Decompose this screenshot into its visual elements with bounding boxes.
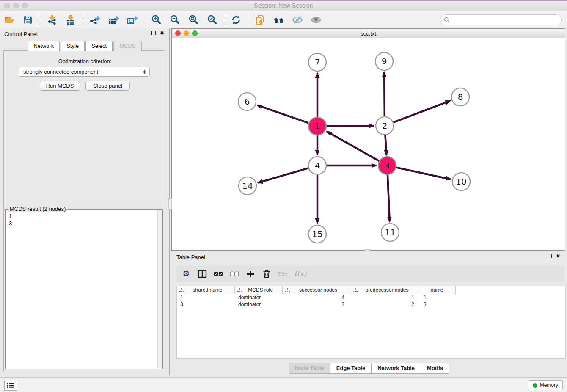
graph-node-9[interactable]: 9: [375, 52, 393, 70]
save-session-icon[interactable]: [22, 14, 34, 26]
export-network-icon[interactable]: [89, 14, 101, 26]
zoom-in-icon[interactable]: [150, 14, 162, 26]
tab-style[interactable]: Style: [61, 41, 85, 51]
graph-edge-3-11[interactable]: [388, 175, 390, 221]
graph-edge-2-9[interactable]: [384, 72, 385, 116]
graph-edge-1-6[interactable]: [258, 105, 309, 123]
settings-icon[interactable]: ⚙: [182, 269, 191, 279]
function-builder-icon[interactable]: f(x): [294, 269, 306, 279]
table-cell[interactable]: 3: [420, 301, 456, 308]
table-rows: 1dominator4113dominator323: [177, 294, 565, 308]
import-table-icon[interactable]: [65, 14, 77, 26]
add-row-icon[interactable]: [246, 269, 255, 279]
column-header-name[interactable]: name: [420, 286, 456, 294]
graph-node-6[interactable]: 6: [238, 93, 256, 110]
network-canvas[interactable]: 7968124314101511: [172, 38, 565, 250]
birds-eye-icon[interactable]: [310, 14, 322, 26]
hide-panels-icon[interactable]: [292, 14, 303, 26]
table-cell[interactable]: 3: [177, 301, 235, 308]
open-session-icon[interactable]: [3, 14, 15, 26]
graph-edge-3-1[interactable]: [327, 132, 379, 161]
float-table-panel-icon[interactable]: [548, 254, 552, 258]
columns-icon[interactable]: [198, 269, 207, 279]
graph-edge-2-3[interactable]: [385, 135, 386, 155]
control-panel-header: Control Panel ✖: [0, 28, 169, 39]
horizontal-splitter-handle[interactable]: [364, 249, 370, 251]
graph-node-7[interactable]: 7: [308, 53, 326, 71]
zoom-out-icon[interactable]: [169, 14, 181, 26]
table-cell[interactable]: dominator: [235, 301, 283, 308]
column-header-mcds-role[interactable]: MCDS role: [235, 286, 283, 294]
table-cell[interactable]: dominator: [235, 294, 283, 301]
toolbar-separator: [40, 14, 40, 26]
toolbar-separator: [83, 14, 83, 26]
column-header-successor-nodes[interactable]: successor nodes: [283, 286, 350, 294]
network-window-titlebar[interactable]: ✕ − + scc.txt: [172, 29, 565, 38]
column-header-predecessor-nodes[interactable]: predecessor nodes: [350, 286, 420, 294]
table-row[interactable]: 3dominator323: [177, 301, 565, 308]
toolbar-separator: [224, 14, 224, 26]
graph-node-4[interactable]: 4: [308, 157, 326, 174]
task-history-button[interactable]: [4, 380, 17, 391]
select-all-rows-icon[interactable]: [214, 269, 223, 279]
graph-node-2[interactable]: 2: [376, 117, 394, 135]
zoom-selected-icon[interactable]: [206, 14, 218, 26]
table-cell[interactable]: 1: [350, 294, 420, 301]
tab-node-table[interactable]: Node Table: [289, 363, 330, 374]
tab-network[interactable]: Network: [28, 41, 60, 51]
delete-table-icon[interactable]: [278, 269, 287, 279]
table-cell[interactable]: 1: [177, 294, 235, 301]
duplicate-network-icon[interactable]: [254, 14, 266, 26]
column-header-shared-name[interactable]: shared name: [177, 286, 235, 294]
close-panel-icon[interactable]: ✖: [160, 31, 164, 35]
graph-node-3[interactable]: 3: [378, 157, 396, 174]
criterion-select[interactable]: strongly connected component ▲▼: [19, 67, 150, 77]
tab-motifs[interactable]: Motifs: [421, 363, 449, 374]
window-titlebar: Session: New Session: [0, 0, 567, 11]
graph-edge-4-14[interactable]: [258, 168, 308, 183]
graph-node-8[interactable]: 8: [451, 88, 469, 106]
status-bar: Memory: [0, 377, 567, 392]
delete-row-icon[interactable]: [262, 269, 271, 279]
tab-edge-table[interactable]: Edge Table: [330, 363, 372, 374]
graph-node-1[interactable]: 1: [308, 117, 326, 135]
graph-edge-1-2[interactable]: [327, 126, 374, 126]
tab-network-table[interactable]: Network Table: [371, 363, 421, 374]
tab-select[interactable]: Select: [85, 41, 113, 51]
graph-edge-3-10[interactable]: [396, 168, 450, 179]
table-toolbar: ⚙ f(x): [176, 266, 564, 282]
deselect-all-rows-icon[interactable]: [230, 269, 239, 279]
network-graph: 7968124314101511: [172, 38, 565, 250]
run-mcds-button[interactable]: Run MCDS: [40, 81, 80, 91]
table-row[interactable]: 1dominator411: [177, 294, 565, 301]
table-cell[interactable]: 4: [283, 294, 350, 301]
tab-mcds[interactable]: MCDS: [113, 41, 141, 51]
search-box[interactable]: [440, 14, 562, 25]
graph-edge-2-8[interactable]: [394, 101, 450, 122]
graph-node-14[interactable]: 14: [239, 177, 256, 195]
table-cell[interactable]: 3: [283, 301, 350, 308]
result-scrollbar[interactable]: [157, 210, 162, 368]
export-table-icon[interactable]: [107, 14, 119, 26]
network-home-icon[interactable]: [273, 14, 285, 26]
graph-node-11[interactable]: 11: [381, 224, 399, 241]
graph-node-10[interactable]: 10: [452, 173, 470, 190]
export-image-icon[interactable]: [126, 14, 138, 26]
table-tabs: Node TableEdge TableNetwork TableMotifs: [171, 363, 567, 374]
table-cell[interactable]: 1: [420, 294, 456, 301]
vertical-splitter-handle[interactable]: [168, 198, 172, 209]
graph-node-15[interactable]: 15: [308, 225, 326, 243]
memory-button[interactable]: Memory: [528, 380, 563, 390]
import-network-icon[interactable]: [46, 14, 58, 26]
zoom-fit-icon[interactable]: [187, 14, 199, 26]
graph-node-label: 1: [315, 121, 320, 131]
table-cell[interactable]: 2: [350, 301, 420, 308]
criterion-select-value: strongly connected component: [23, 69, 98, 75]
graph-node-label: 9: [382, 56, 387, 66]
close-panel-button[interactable]: Close panel: [85, 81, 130, 91]
refresh-icon[interactable]: [230, 14, 242, 26]
node-table[interactable]: shared nameMCDS rolesuccessor nodesprede…: [176, 286, 566, 359]
close-table-panel-icon[interactable]: ✖: [556, 254, 560, 258]
search-input[interactable]: [452, 17, 561, 23]
float-panel-icon[interactable]: [151, 31, 156, 35]
